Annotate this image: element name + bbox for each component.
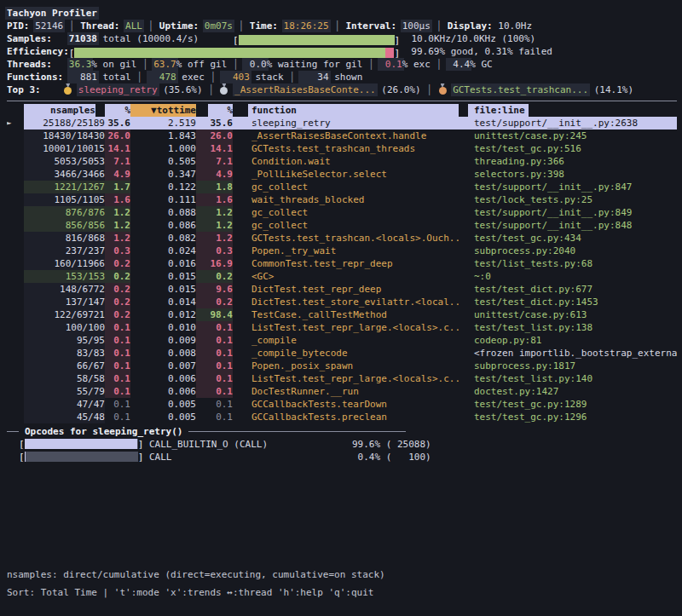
table-row[interactable]: 10001/1001514.11.00014.1GCTests.test_tra… <box>7 142 677 155</box>
row-marker <box>7 257 24 270</box>
gap <box>233 321 248 334</box>
percent-cumulative-cell: 26.0 <box>196 130 233 142</box>
table-row[interactable]: 122/697210.20.01298.4TestCase._callTestM… <box>7 308 677 321</box>
table-row[interactable]: 153/1530.20.0150.2<GC>~:0 <box>7 270 677 283</box>
table-row[interactable]: 1105/11051.60.1111.6wait_threads_blocked… <box>7 193 677 206</box>
table-row[interactable]: 100/1000.10.0100.1ListTest.test_repr_lar… <box>7 321 677 334</box>
tottime-cell: 1.843 <box>130 130 196 142</box>
file-line-cell: test/support/__init__.py:847 <box>468 181 677 193</box>
nsamples-cell: 100/100 <box>24 321 105 334</box>
col-header-tottime-sorted[interactable]: ▼tottime <box>130 104 196 117</box>
function-cell: GCTests.test_trashcan_threads <box>248 142 459 155</box>
table-row[interactable]: 5053/50537.10.5057.1Condition.waitthread… <box>7 155 677 168</box>
table-body: ►25188/2518935.62.51935.6sleeping_retryt… <box>7 117 677 423</box>
gap <box>233 308 248 321</box>
col-header-percent-direct[interactable]: % <box>105 104 130 117</box>
file-line-cell: test/support/__init__.py:849 <box>468 206 677 219</box>
gap <box>459 347 468 360</box>
gap <box>233 155 248 168</box>
table-row[interactable]: 856/8561.20.0861.2gc_collecttest/support… <box>7 219 677 232</box>
row-marker <box>7 308 24 321</box>
function-cell: Popen._try_wait <box>248 245 459 257</box>
function-cell: sleeping_retry <box>248 117 459 130</box>
row-marker <box>7 334 24 347</box>
row-marker <box>7 130 24 142</box>
col-header-nsamples[interactable]: nsamples <box>24 104 105 117</box>
table-row[interactable]: 816/8681.20.0821.2GCTests.test_trashcan.… <box>7 232 677 245</box>
table-row[interactable]: 3466/34664.90.3474.9_PollLikeSelector.se… <box>7 168 677 181</box>
gap <box>233 347 248 360</box>
function-table: nsamples % ▼tottime % function file:line… <box>7 101 677 423</box>
table-row[interactable]: 55/790.10.0060.1DocTestRunner.__rundocte… <box>7 385 677 398</box>
table-row[interactable]: 58/580.10.0060.1ListTest.test_repr_large… <box>7 372 677 385</box>
function-cell: Condition.wait <box>248 155 459 168</box>
tottime-cell: 0.016 <box>130 257 196 270</box>
file-line-cell: doctest.py:1427 <box>468 385 677 398</box>
col-header-file-line[interactable]: file:line <box>468 104 677 117</box>
opcode-percent: 99.6% ( 25088) <box>352 438 431 451</box>
percent-cumulative-cell: 0.1 <box>196 398 233 411</box>
table-row[interactable]: 237/2370.30.0240.3Popen._try_waitsubproc… <box>7 245 677 257</box>
token: │ <box>203 84 220 95</box>
percent-direct-cell: 0.1 <box>105 321 130 334</box>
token: 4.4 <box>446 58 472 71</box>
col-header-function[interactable]: function <box>248 104 459 117</box>
opcodes-title: Opcodes for sleeping_retry() <box>25 425 182 438</box>
token: 63.7 <box>152 58 178 71</box>
gap <box>233 117 248 130</box>
function-cell: GCCallbackTests.tearDown <box>248 398 459 411</box>
token: ALL <box>124 20 144 32</box>
gap <box>233 283 248 296</box>
percent-cumulative-cell: 4.9 <box>196 168 233 181</box>
percent-cumulative-cell: 0.1 <box>196 372 233 385</box>
token: Efficiency: <box>7 46 69 57</box>
table-row[interactable]: 148/67720.20.0159.6DictTest.test_repr_de… <box>7 283 677 296</box>
opcode-bar: [] <box>19 438 143 451</box>
percent-cumulative-cell: 0.1 <box>196 411 233 423</box>
gap <box>233 270 248 283</box>
table-row[interactable]: 876/8761.20.0881.2gc_collecttest/support… <box>7 206 677 219</box>
table-row[interactable]: 47/470.10.0050.1GCCallbackTests.tearDown… <box>7 398 677 411</box>
token: shown <box>329 72 363 83</box>
token: Tachyon Profiler <box>5 7 99 20</box>
row-marker <box>7 206 24 219</box>
table-row[interactable]: 137/1470.20.0140.2DictTest.test_store_ev… <box>7 296 677 308</box>
table-row[interactable]: 45/480.10.0050.1GCCallbackTests.preclean… <box>7 411 677 423</box>
table-row[interactable]: 18430/1843026.01.84326.0_AssertRaisesBas… <box>7 130 677 142</box>
function-cell: gc_collect <box>248 181 459 193</box>
col-header-percent-cumulative[interactable]: % <box>196 104 233 117</box>
percent-cumulative-cell: 1.2 <box>196 206 233 219</box>
table-row[interactable]: 95/950.10.0090.1_compilecodeop.py:81 <box>7 334 677 347</box>
percent-cumulative-cell: 0.1 <box>196 347 233 360</box>
percent-direct-cell: 0.1 <box>105 372 130 385</box>
token: Time: <box>250 20 284 32</box>
row-marker <box>7 270 24 283</box>
table-row[interactable]: 66/670.10.0070.1Popen._posix_spawnsubpro… <box>7 360 677 372</box>
bronze-medal-icon <box>438 83 448 95</box>
token: Uptime: <box>159 20 205 32</box>
table-row[interactable]: 83/830.10.0080.1_compile_bytecode<frozen… <box>7 347 677 360</box>
gap <box>459 193 468 206</box>
gap <box>233 168 248 181</box>
row-marker <box>7 347 24 360</box>
gap <box>233 296 248 308</box>
function-cell: _compile_bytecode <box>248 347 459 360</box>
function-cell: _PollLikeSelector.select <box>248 168 459 181</box>
gap <box>459 219 468 232</box>
gap <box>459 168 468 181</box>
percent-direct-cell: 0.2 <box>105 257 130 270</box>
file-line-cell: <frozen importlib._bootstrap_externa <box>468 347 677 360</box>
table-row[interactable]: 160/119660.20.01616.9CommonTest.test_rep… <box>7 257 677 270</box>
token: stack <box>250 72 284 83</box>
row-marker <box>7 296 24 308</box>
token: Samples: <box>7 33 69 44</box>
table-row[interactable]: ►25188/2518935.62.51935.6sleeping_retryt… <box>7 117 677 130</box>
efficiency-bar-segment-pink <box>385 48 394 58</box>
percent-direct-cell: 1.6 <box>105 193 130 206</box>
gap <box>459 385 468 398</box>
table-row[interactable]: 1221/12671.70.1221.8gc_collecttest/suppo… <box>7 181 677 193</box>
gap <box>233 245 248 257</box>
function-cell: TestCase._callTestMethod <box>248 308 459 321</box>
token: Thread: <box>80 20 125 32</box>
token: 0.0 <box>242 58 269 71</box>
